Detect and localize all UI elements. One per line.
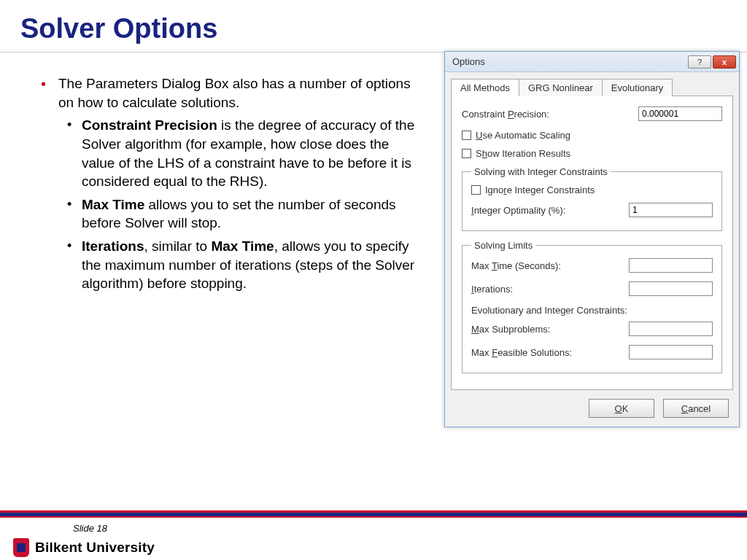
- close-icon: x: [722, 58, 727, 66]
- it-bold1: Iterations: [82, 238, 144, 254]
- bullet-iterations: Iterations, similar to Max Time, allows …: [58, 237, 423, 293]
- options-dialog: Options ? x All Methods GRG Nonlinear Ev…: [444, 51, 740, 427]
- auto-scaling-label: Use Automatic Scaling: [476, 130, 570, 141]
- solving-limits-group: Solving Limits Max Time (Seconds): Itera…: [462, 240, 722, 373]
- max-subproblems-label: Max Subproblems:: [471, 324, 629, 335]
- bullet-constraint-precision: Constraint Precision is the degree of ac…: [58, 116, 423, 191]
- ok-button[interactable]: OK: [589, 399, 654, 418]
- show-iteration-checkbox[interactable]: [462, 149, 471, 158]
- cp-bold: Constraint Precision: [82, 117, 217, 133]
- max-subproblems-input[interactable]: [629, 322, 713, 336]
- slide-number: Slide 18: [73, 523, 107, 534]
- bullet-intro: The Parameters Dialog Box also has a num…: [36, 74, 423, 293]
- integer-constraints-group: Solving with Integer Constraints Ignore …: [462, 166, 722, 231]
- tab-row: All Methods GRG Nonlinear Evolutionary: [445, 72, 739, 96]
- constraint-precision-label: Constraint Precision:: [462, 109, 638, 120]
- it-mid: , similar to: [144, 238, 212, 254]
- options-panel: Constraint Precision: Use Automatic Scal…: [451, 96, 733, 390]
- iterations-input[interactable]: [629, 281, 713, 296]
- tab-grg-nonlinear[interactable]: GRG Nonlinear: [519, 79, 603, 96]
- dialog-titlebar[interactable]: Options ? x: [445, 52, 739, 72]
- help-icon: ?: [697, 58, 702, 66]
- constraint-precision-input[interactable]: [638, 106, 722, 121]
- mt-bold: Max Time: [82, 197, 144, 212]
- ignore-integer-checkbox[interactable]: [471, 185, 481, 195]
- footer-stripe: [0, 510, 747, 518]
- slide-title: Solver Options: [0, 0, 747, 52]
- evolutionary-subhead: Evolutionary and Integer Constraints:: [471, 305, 713, 316]
- close-button[interactable]: x: [713, 55, 736, 69]
- max-feasible-label: Max Feasible Solutions:: [471, 347, 629, 358]
- max-time-input[interactable]: [629, 258, 713, 273]
- max-time-label: Max Time (Seconds):: [471, 260, 629, 271]
- it-bold2: Max Time: [211, 238, 274, 254]
- tab-evolutionary[interactable]: Evolutionary: [602, 79, 673, 96]
- university-brand: Bilkent University: [13, 538, 155, 557]
- integer-optimality-label: Integer Optimality (%):: [471, 205, 629, 216]
- dialog-title: Options: [452, 56, 485, 67]
- tab-all-methods[interactable]: All Methods: [451, 79, 519, 96]
- university-name: Bilkent University: [35, 540, 155, 556]
- ignore-integer-label: Ignore Integer Constraints: [485, 184, 595, 195]
- bullet-intro-text: The Parameters Dialog Box also has a num…: [58, 76, 411, 110]
- cancel-button[interactable]: Cancel: [663, 399, 729, 418]
- integer-optimality-input[interactable]: [629, 203, 713, 217]
- bullet-max-time: Max Time allows you to set the number of…: [58, 195, 423, 233]
- show-iteration-label: Show Iteration Results: [476, 148, 570, 159]
- integer-constraints-legend: Solving with Integer Constraints: [471, 166, 611, 177]
- crest-icon: [13, 538, 29, 557]
- solving-limits-legend: Solving Limits: [471, 240, 535, 251]
- help-button[interactable]: ?: [688, 55, 711, 69]
- max-feasible-input[interactable]: [629, 345, 713, 359]
- bullet-column: The Parameters Dialog Box also has a num…: [36, 74, 423, 299]
- auto-scaling-checkbox[interactable]: [462, 131, 471, 140]
- iterations-label: Iterations:: [471, 284, 629, 295]
